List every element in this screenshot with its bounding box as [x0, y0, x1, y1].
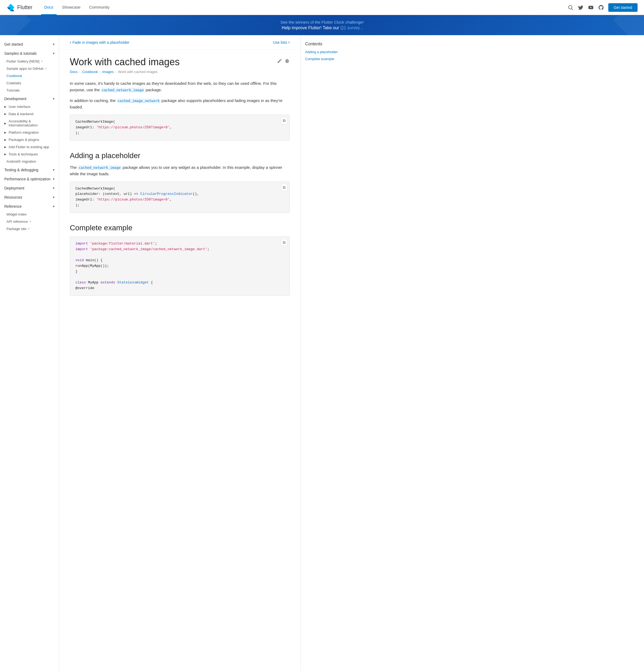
sidebar-accessibility[interactable]: ▶ Accessibility & internationalization: [0, 117, 59, 129]
banner-line2-text: Help improve Flutter! Take our: [282, 25, 340, 30]
svg-point-4: [568, 5, 572, 9]
prev-page-link[interactable]: Fade in images with a placeholder: [70, 39, 129, 45]
section-complete-example: Complete example: [70, 221, 290, 232]
code-line-3-2: import 'package:cached_network_image/cac…: [75, 246, 284, 252]
breadcrumb-current: Work with cached images: [118, 70, 158, 74]
code-block-1: ⧉ CachedNetworkImage( imageUrl: 'https:/…: [70, 115, 290, 140]
sidebar-widget-index[interactable]: Widget index: [0, 211, 59, 218]
sidebar-user-interface[interactable]: ▶ User interface: [0, 103, 59, 110]
sidebar-tools-techniques[interactable]: ▶ Tools & techniques: [0, 151, 59, 158]
sidebar-section-development[interactable]: Development ▾: [0, 94, 59, 103]
flutter-logo-icon: [7, 3, 15, 12]
external-link-icon3: ↗: [29, 220, 31, 223]
external-link-icon4: ↗: [27, 227, 29, 230]
code-line-3-4: void main() {: [75, 258, 284, 263]
copy-button-1[interactable]: ⧉: [281, 117, 287, 124]
code-line-3-6: }: [75, 269, 284, 275]
external-link-icon: ↗: [40, 60, 43, 63]
code-block-2: ⧉ CachedNetworkImage( placeholder: (cont…: [70, 181, 290, 213]
intro-para1-suffix: package.: [144, 88, 162, 92]
code-line-2-2: placeholder: (context, url) => CircularP…: [75, 191, 284, 197]
code-line-2-4: );: [75, 203, 284, 208]
sidebar-section-performance[interactable]: Performance & optimization ▾: [0, 174, 59, 183]
sidebar-section-samples[interactable]: Samples & tutorials ▾: [0, 49, 59, 58]
sidebar-codelabs[interactable]: Codelabs: [0, 79, 59, 87]
page-title-row: Work with cached images: [70, 56, 290, 68]
logo-text: Flutter: [17, 4, 33, 11]
page-navigation: Fade in images with a placeholder Use li…: [59, 35, 300, 50]
code-line-3-9: @override: [75, 286, 284, 291]
code-line-2-3: imageUrl: 'https://picsum.photos/250?ima…: [75, 197, 284, 203]
breadcrumb-docs[interactable]: Docs: [70, 70, 78, 74]
chevron-resources: ▾: [53, 195, 54, 199]
expand-icon: ▶: [4, 105, 7, 108]
nav-showcase[interactable]: Showcase: [59, 0, 84, 15]
contents-link-2[interactable]: Complete example: [305, 56, 350, 62]
sidebar-androidx[interactable]: AndroidX migration: [0, 158, 59, 165]
copy-button-2[interactable]: ⧉: [281, 184, 287, 191]
sidebar: Get started ▾ Samples & tutorials ▾ Flut…: [0, 35, 59, 671]
external-link-icon2: ↗: [44, 67, 47, 70]
section-adding-placeholder: Adding a placeholder: [70, 149, 290, 160]
breadcrumb-cookbook[interactable]: Cookbook: [82, 70, 98, 74]
next-page-link[interactable]: Use lists: [273, 39, 290, 45]
intro-para2-text: In addition to caching, the: [70, 98, 117, 103]
sidebar-flutter-gallery[interactable]: Flutter Gallery [NEW] ↗: [0, 58, 59, 65]
sidebar-section-reference[interactable]: Reference ▾: [0, 202, 59, 211]
breadcrumb-sep3: ›: [115, 70, 116, 74]
nav-docs[interactable]: Docs: [41, 0, 56, 15]
code-block-3: ⧉ import 'package:flutter/material.dart'…: [70, 237, 290, 296]
expand-icon3: ▶: [4, 122, 7, 125]
copy-button-3[interactable]: ⧉: [281, 239, 287, 246]
chevron-performance: ▾: [53, 177, 54, 181]
banner-line2-suffix: .: [361, 25, 362, 30]
chevron-get-started: ▾: [53, 42, 54, 46]
banner-survey-link[interactable]: Q1 survey: [340, 25, 360, 30]
twitter-icon[interactable]: [578, 4, 584, 11]
chevron-samples: ▾: [53, 52, 54, 55]
bug-icon[interactable]: [284, 58, 290, 64]
cached-image-network-link[interactable]: cached_image_network: [117, 99, 160, 103]
code-line-1-2: imageUrl: 'https://picsum.photos/250?ima…: [75, 125, 284, 130]
nav-community[interactable]: Community: [86, 0, 113, 15]
contents-link-1[interactable]: Adding a placeholder: [305, 50, 350, 54]
sidebar-api-reference[interactable]: API reference ↗: [0, 218, 59, 225]
breadcrumb-images[interactable]: Images: [102, 70, 114, 74]
sidebar-section-testing[interactable]: Testing & debugging ▾: [0, 165, 59, 174]
section1-link[interactable]: cached_network_image: [78, 165, 121, 170]
youtube-icon[interactable]: [588, 4, 594, 11]
main-nav: Docs Showcase Community: [41, 0, 568, 15]
code-line-3-8: class MyApp extends StatelessWidget {: [75, 280, 284, 286]
cached-network-image-link1[interactable]: cached_network_image: [101, 88, 145, 92]
sidebar-section-get-started[interactable]: Get started ▾: [0, 39, 59, 49]
github-icon[interactable]: [598, 4, 604, 11]
sidebar-cookbook[interactable]: Cookbook: [0, 72, 59, 79]
banner-line1: See the winners of the Flutter Clock cha…: [7, 20, 637, 24]
main-content: Fade in images with a placeholder Use li…: [59, 35, 300, 671]
sidebar-section-resources[interactable]: Resources ▾: [0, 192, 59, 202]
sidebar-sample-apps[interactable]: Sample apps on GitHub ↗: [0, 65, 59, 72]
sidebar-platform-integration[interactable]: ▶ Platform integration: [0, 129, 59, 136]
flutter-logo[interactable]: Flutter: [7, 3, 33, 12]
sidebar-tutorials[interactable]: Tutorials: [0, 87, 59, 94]
sidebar-package-site[interactable]: Package site ↗: [0, 225, 59, 232]
sidebar-data-backend[interactable]: ▶ Data & backend: [0, 110, 59, 117]
chevron-testing: ▾: [53, 168, 54, 172]
banner-line2: Help improve Flutter! Take our Q1 survey…: [7, 25, 637, 30]
code-line-3-5: runApp(MyApp());: [75, 263, 284, 269]
sidebar-section-deployment[interactable]: Deployment ▾: [0, 183, 59, 192]
svg-line-5: [571, 9, 573, 10]
chevron-development: ▾: [53, 97, 54, 101]
expand-icon4: ▶: [4, 131, 7, 134]
intro-para2: In addition to caching, the cached_image…: [70, 98, 290, 110]
sidebar-add-flutter[interactable]: ▶ Add Flutter to existing app: [0, 143, 59, 151]
code-line-3-1: import 'package:flutter/material.dart';: [75, 241, 284, 246]
edit-icon[interactable]: [277, 58, 282, 64]
content-area: Work with cached images Docs › Cookbook …: [59, 50, 300, 309]
expand-icon7: ▶: [4, 153, 7, 156]
sidebar-packages-plugins[interactable]: ▶ Packages & plugins: [0, 136, 59, 143]
code-line-1-3: );: [75, 130, 284, 136]
search-icon[interactable]: [568, 4, 574, 11]
announcement-banner: See the winners of the Flutter Clock cha…: [0, 15, 644, 35]
get-started-button[interactable]: Get started: [608, 3, 637, 12]
